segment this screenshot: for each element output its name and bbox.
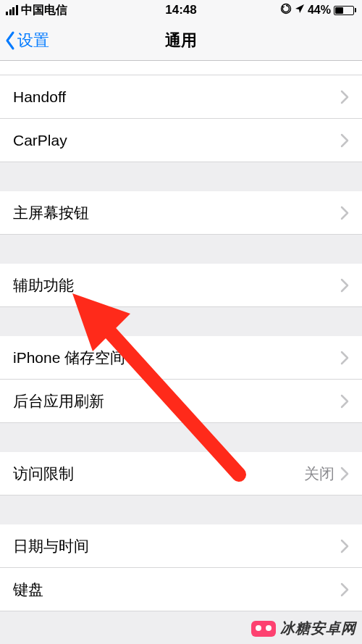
chevron-right-icon <box>340 539 349 553</box>
cell-carplay[interactable]: CarPlay <box>0 119 362 162</box>
back-label: 设置 <box>17 30 49 51</box>
chevron-right-icon <box>340 133 349 148</box>
cell-label: 主屏幕按钮 <box>13 203 89 223</box>
watermark-logo-icon <box>251 621 276 637</box>
cell-label: iPhone 储存空间 <box>13 348 125 368</box>
nav-bar: 设置 通用 <box>0 20 362 61</box>
cell-label: 日期与时间 <box>13 536 89 556</box>
page-title: 通用 <box>165 30 197 51</box>
chevron-left-icon <box>4 30 16 51</box>
chevron-right-icon <box>340 278 349 293</box>
section-gap <box>0 162 362 191</box>
section-gap <box>0 235 362 264</box>
section-gap <box>0 495 362 524</box>
section-gap <box>0 423 362 452</box>
cell-label: 键盘 <box>13 580 43 600</box>
cell-handoff[interactable]: Handoff <box>0 75 362 119</box>
back-button[interactable]: 设置 <box>0 30 49 51</box>
battery-icon <box>334 6 356 15</box>
cell-bg-app-refresh[interactable]: 后台应用刷新 <box>0 380 362 423</box>
cell-home-button[interactable]: 主屏幕按钮 <box>0 191 362 235</box>
cell-label: 辅助功能 <box>13 275 74 296</box>
chevron-right-icon <box>340 351 349 365</box>
cell-detail: 关闭 <box>304 464 334 484</box>
cell-keyboard[interactable]: 键盘 <box>0 568 362 611</box>
cell-iphone-storage[interactable]: iPhone 储存空间 <box>0 336 362 380</box>
rotation-lock-icon <box>280 3 292 17</box>
chevron-right-icon <box>340 394 349 409</box>
cell-label: CarPlay <box>13 132 67 149</box>
cell-label: 访问限制 <box>13 464 74 484</box>
chevron-right-icon <box>340 467 349 481</box>
chevron-right-icon <box>340 206 349 220</box>
cell-accessibility[interactable]: 辅助功能 <box>0 264 362 307</box>
status-left: 中国电信 <box>6 3 67 18</box>
partial-row-top <box>0 61 362 75</box>
location-icon <box>295 4 305 17</box>
watermark-text: 冰糖安卓网 <box>280 619 356 638</box>
cell-date-time[interactable]: 日期与时间 <box>0 524 362 568</box>
battery-pct: 44% <box>308 4 331 17</box>
watermark: 冰糖安卓网 <box>251 619 356 638</box>
cell-label: 后台应用刷新 <box>13 391 104 411</box>
chevron-right-icon <box>340 90 349 104</box>
status-right: 44% <box>280 3 356 17</box>
chevron-right-icon <box>340 582 349 597</box>
section-gap <box>0 307 362 336</box>
cell-restrictions[interactable]: 访问限制 关闭 <box>0 452 362 495</box>
status-time: 14:48 <box>165 3 196 17</box>
carrier-label: 中国电信 <box>21 3 67 18</box>
status-bar: 中国电信 14:48 44% <box>0 0 362 20</box>
cell-label: Handoff <box>13 88 66 106</box>
signal-strength-icon <box>6 5 18 15</box>
